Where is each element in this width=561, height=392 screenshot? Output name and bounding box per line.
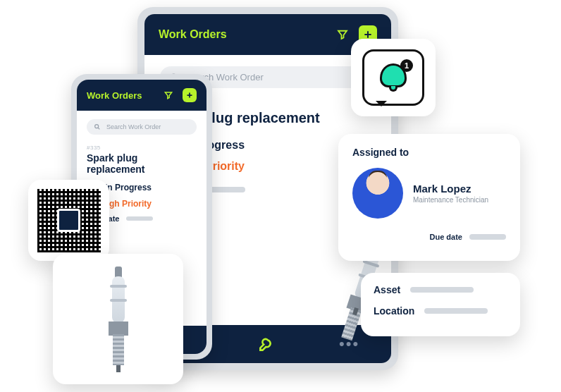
assigned-card: Assigned to Mark Lopez Maintenance Techn… [338, 134, 520, 261]
filter-icon[interactable] [333, 25, 352, 44]
placeholder-bar [209, 187, 245, 192]
page-title: Work Orders [159, 28, 227, 41]
due-label: Due date [430, 233, 462, 241]
notification-badge: 1 [400, 59, 413, 72]
chat-bubble-icon: 1 [362, 49, 424, 106]
assigned-person: Mark Lopez Maintenance Technician [413, 183, 488, 204]
details-card: Asset Location [361, 273, 520, 336]
add-button[interactable] [183, 88, 197, 102]
status-text: In Progress [105, 183, 152, 192]
asset-label: Asset [374, 284, 400, 295]
placeholder-bar [410, 287, 474, 293]
search-icon [94, 123, 101, 130]
location-label: Location [374, 305, 414, 317]
qr-card [28, 180, 109, 261]
assigned-heading: Assigned to [352, 147, 506, 158]
asset-row[interactable]: Asset [374, 284, 507, 295]
person-role: Maintenance Technician [413, 196, 488, 204]
tab-wrench-icon[interactable] [257, 335, 276, 353]
search-input[interactable]: Search Work Order [87, 119, 197, 135]
filter-icon[interactable] [161, 88, 175, 102]
avatar [352, 168, 403, 219]
person-name: Mark Lopez [413, 183, 488, 195]
notification-card[interactable]: 1 [351, 39, 436, 116]
placeholder-bar [469, 234, 506, 240]
spark-plug-image [104, 267, 132, 372]
assigned-due-row: Due date [352, 233, 506, 241]
phone-header: Work Orders [77, 80, 206, 111]
qr-code-icon [37, 189, 101, 252]
svg-point-2 [95, 125, 99, 128]
header-actions [161, 88, 197, 102]
search-placeholder: Search Work Order [106, 123, 161, 130]
location-row[interactable]: Location [374, 305, 507, 317]
placeholder-bar [424, 308, 488, 314]
workorder-id: #335 [87, 145, 197, 151]
placeholder-bar [126, 216, 153, 221]
bell-icon: 1 [378, 62, 409, 93]
workorder-title: Spark plug replacement [87, 152, 197, 175]
page-title: Work Orders [87, 90, 142, 101]
spark-plug-card [53, 254, 183, 384]
assigned-row[interactable]: Mark Lopez Maintenance Technician [352, 168, 506, 219]
